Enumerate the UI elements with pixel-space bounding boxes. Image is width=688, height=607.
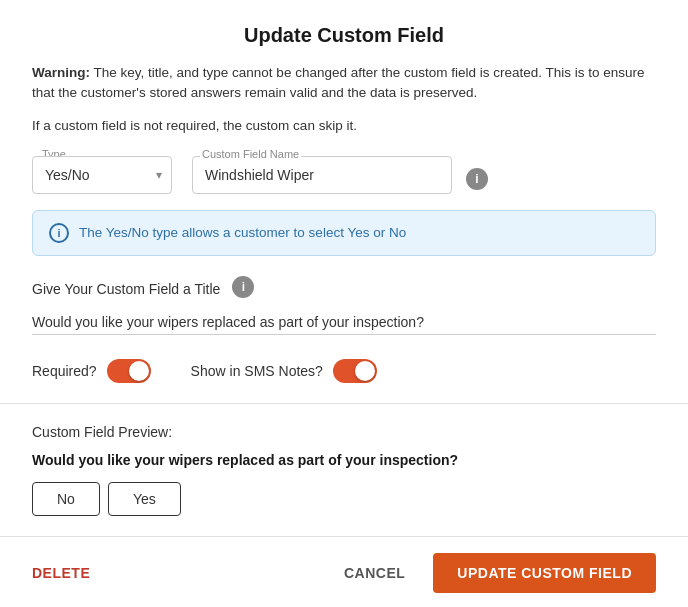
- type-field-group: Type Yes/No Text Number: [32, 156, 172, 194]
- info-banner-icon: i: [49, 223, 69, 243]
- required-label: Required?: [32, 363, 97, 379]
- custom-field-name-label: Custom Field Name: [200, 148, 301, 160]
- dialog-footer: DELETE CANCEL UPDATE CUSTOM FIELD: [0, 536, 688, 607]
- info-banner: i The Yes/No type allows a customer to s…: [32, 210, 656, 256]
- toggles-row: Required? Show in SMS Notes?: [32, 359, 656, 383]
- preview-section: Custom Field Preview: Would you like you…: [32, 424, 656, 516]
- yes-button[interactable]: Yes: [108, 482, 181, 516]
- warning-body: The key, title, and type cannot be chang…: [32, 65, 645, 100]
- custom-field-name-input[interactable]: [192, 156, 452, 194]
- dialog-title: Update Custom Field: [32, 24, 656, 47]
- yes-no-buttons: No Yes: [32, 482, 656, 516]
- warning-text: Warning: The key, title, and type cannot…: [32, 63, 656, 104]
- optional-note: If a custom field is not required, the c…: [32, 116, 656, 136]
- type-select[interactable]: Yes/No Text Number: [32, 156, 172, 194]
- no-button[interactable]: No: [32, 482, 100, 516]
- info-banner-text: The Yes/No type allows a customer to sel…: [79, 225, 406, 240]
- type-and-name-row: Type Yes/No Text Number Custom Field Nam…: [32, 156, 656, 194]
- preview-question: Would you like your wipers replaced as p…: [32, 452, 656, 468]
- required-toggle[interactable]: [107, 359, 151, 383]
- sms-toggle-group: Show in SMS Notes?: [191, 359, 377, 383]
- custom-field-title-input[interactable]: [32, 310, 656, 335]
- preview-label: Custom Field Preview:: [32, 424, 656, 440]
- update-custom-field-dialog: Update Custom Field Warning: The key, ti…: [0, 0, 688, 607]
- type-select-wrapper: Yes/No Text Number: [32, 156, 172, 194]
- custom-field-name-input-row: i: [192, 156, 488, 194]
- custom-field-name-group: Custom Field Name i: [192, 156, 488, 194]
- update-custom-field-button[interactable]: UPDATE CUSTOM FIELD: [433, 553, 656, 593]
- custom-field-name-info-icon[interactable]: i: [466, 168, 488, 190]
- give-title-label-text: Give Your Custom Field a Title: [32, 281, 220, 297]
- sms-toggle[interactable]: [333, 359, 377, 383]
- required-toggle-group: Required?: [32, 359, 151, 383]
- cancel-button[interactable]: CANCEL: [328, 555, 421, 591]
- give-title-section-label: Give Your Custom Field a Title i: [32, 276, 656, 302]
- sms-label: Show in SMS Notes?: [191, 363, 323, 379]
- give-title-info-icon[interactable]: i: [232, 276, 254, 298]
- footer-right-buttons: CANCEL UPDATE CUSTOM FIELD: [328, 553, 656, 593]
- section-divider: [0, 403, 688, 404]
- warning-bold: Warning:: [32, 65, 90, 80]
- delete-button[interactable]: DELETE: [32, 557, 90, 589]
